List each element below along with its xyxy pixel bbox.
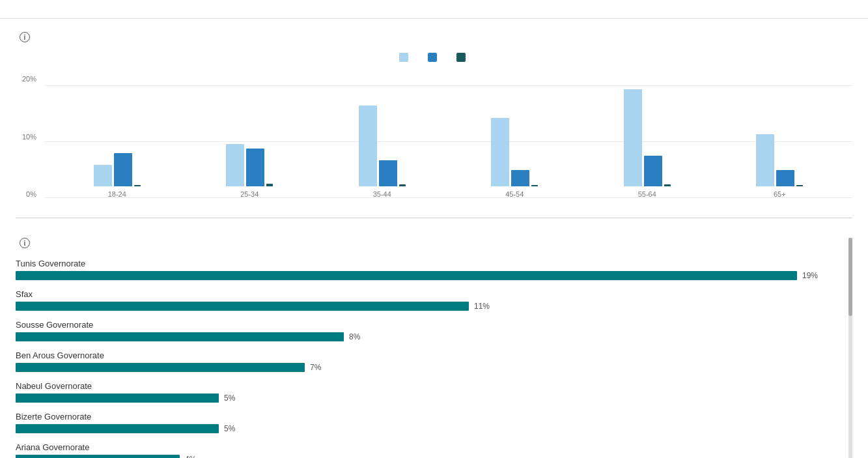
x-label-35-44: 35-44 bbox=[373, 190, 391, 198]
location-percent: 8% bbox=[349, 332, 360, 341]
y-label-10: 10% bbox=[22, 133, 36, 141]
bar-group-35-44: 35-44 bbox=[359, 106, 406, 198]
location-bars-container: Tunis Governorate19%Sfax11%Sousse Govern… bbox=[16, 259, 852, 458]
age-gender-section: i 0% 10% 20% bbox=[16, 32, 852, 218]
unknown-bar-45-54 bbox=[531, 185, 538, 186]
location-bar bbox=[16, 332, 344, 341]
location-percent: 19% bbox=[802, 271, 818, 280]
men-bar-55-64 bbox=[624, 89, 642, 186]
location-bar bbox=[16, 424, 219, 433]
scrollbar-thumb[interactable] bbox=[848, 238, 852, 316]
location-name: Ariana Governorate bbox=[16, 442, 839, 452]
bars-35-44 bbox=[359, 106, 406, 186]
women-bar-35-44 bbox=[379, 160, 397, 186]
women-bar-25-34 bbox=[246, 149, 264, 186]
bars-18-24 bbox=[94, 153, 141, 186]
women-color-swatch bbox=[428, 53, 437, 62]
y-label-0: 0% bbox=[26, 190, 36, 198]
bars-45-54 bbox=[491, 118, 538, 186]
location-bar bbox=[16, 455, 180, 458]
unknown-color-swatch bbox=[456, 53, 466, 62]
location-percent: 5% bbox=[224, 424, 235, 433]
women-bar-45-54 bbox=[511, 170, 529, 186]
men-color-swatch bbox=[399, 53, 408, 62]
x-label-65+: 65+ bbox=[774, 190, 786, 198]
women-bar-18-24 bbox=[114, 153, 132, 186]
location-bar-row: 11% bbox=[16, 302, 839, 311]
location-name: Sfax bbox=[16, 289, 839, 299]
location-row: Sousse Governorate8% bbox=[16, 320, 839, 341]
women-bar-55-64 bbox=[644, 156, 662, 186]
unknown-bar-25-34 bbox=[266, 184, 273, 186]
chart-legend bbox=[16, 53, 852, 62]
unknown-bar-35-44 bbox=[399, 184, 406, 186]
unknown-bar-65+ bbox=[796, 185, 803, 186]
location-percent: 4% bbox=[185, 455, 196, 458]
location-percent: 11% bbox=[474, 302, 490, 311]
bar-group-18-24: 18-24 bbox=[94, 153, 141, 198]
unknown-bar-55-64 bbox=[664, 184, 671, 186]
y-axis: 0% 10% 20% bbox=[16, 75, 42, 198]
location-name: Sousse Governorate bbox=[16, 320, 839, 330]
location-row: Bizerte Governorate5% bbox=[16, 412, 839, 433]
men-bar-25-34 bbox=[226, 144, 244, 186]
men-bar-45-54 bbox=[491, 118, 509, 186]
bars-25-34 bbox=[226, 144, 273, 186]
age-gender-chart: 0% 10% 20% 18-2425-3435-4445-5455-6465+ bbox=[16, 75, 852, 218]
men-bar-65+ bbox=[756, 134, 774, 186]
location-bar bbox=[16, 271, 797, 280]
bars-area: 18-2425-3435-4445-5455-6465+ bbox=[44, 75, 852, 198]
location-bar-row: 4% bbox=[16, 455, 839, 458]
location-row: Ariana Governorate4% bbox=[16, 442, 839, 458]
location-name: Ben Arous Governorate bbox=[16, 351, 839, 360]
location-bar-row: 19% bbox=[16, 271, 839, 280]
age-gender-info-icon[interactable]: i bbox=[20, 32, 30, 42]
x-label-45-54: 45-54 bbox=[505, 190, 524, 198]
bar-group-65+: 65+ bbox=[756, 134, 803, 198]
location-bar bbox=[16, 363, 305, 372]
bar-group-45-54: 45-54 bbox=[491, 118, 538, 198]
legend-women bbox=[428, 53, 441, 62]
location-percent: 7% bbox=[310, 363, 321, 372]
location-bar-row: 5% bbox=[16, 394, 839, 403]
location-row: Nabeul Governorate5% bbox=[16, 381, 839, 403]
location-bar bbox=[16, 302, 469, 311]
location-row: Ben Arous Governorate7% bbox=[16, 351, 839, 372]
location-name: Tunis Governorate bbox=[16, 259, 839, 268]
location-name: Bizerte Governorate bbox=[16, 412, 839, 422]
bar-group-55-64: 55-64 bbox=[624, 89, 671, 198]
bars-65+ bbox=[756, 134, 803, 186]
x-label-18-24: 18-24 bbox=[108, 190, 126, 198]
women-bar-65+ bbox=[776, 170, 794, 186]
top-notice bbox=[0, 0, 868, 19]
location-section: i Tunis Governorate19%Sfax11%Sousse Gove… bbox=[16, 238, 852, 458]
location-name: Nabeul Governorate bbox=[16, 381, 839, 391]
chart-plot-area: 18-2425-3435-4445-5455-6465+ bbox=[44, 75, 852, 218]
location-bar-row: 8% bbox=[16, 332, 839, 341]
x-label-25-34: 25-34 bbox=[240, 190, 259, 198]
unknown-bar-18-24 bbox=[134, 185, 141, 186]
location-bar bbox=[16, 394, 219, 403]
legend-men bbox=[399, 53, 412, 62]
men-bar-18-24 bbox=[94, 165, 112, 186]
location-row: Sfax11% bbox=[16, 289, 839, 311]
location-row: Tunis Governorate19% bbox=[16, 259, 839, 280]
x-label-55-64: 55-64 bbox=[638, 190, 656, 198]
y-label-20: 20% bbox=[22, 75, 36, 83]
location-bar-row: 5% bbox=[16, 424, 839, 433]
location-info-icon[interactable]: i bbox=[20, 238, 30, 248]
legend-unknown bbox=[456, 53, 469, 62]
men-bar-35-44 bbox=[359, 106, 377, 186]
scrollbar-track[interactable] bbox=[848, 238, 852, 458]
location-bar-row: 7% bbox=[16, 363, 839, 372]
bars-55-64 bbox=[624, 89, 671, 186]
location-percent: 5% bbox=[224, 394, 235, 403]
bar-group-25-34: 25-34 bbox=[226, 144, 273, 198]
